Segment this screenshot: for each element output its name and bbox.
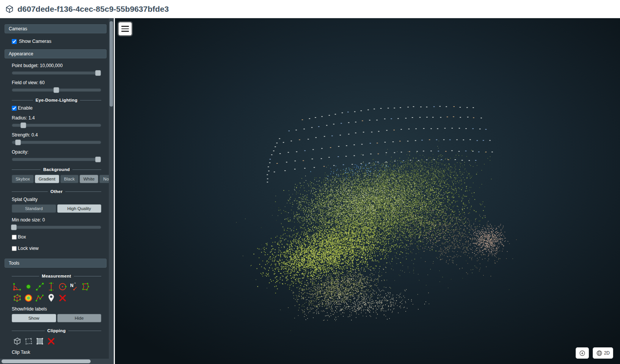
show-cameras-label: Show Cameras [19,39,51,44]
background-gradient-button[interactable]: Gradient [35,175,59,183]
map-2d-label: 2D [604,350,610,356]
globe-icon [596,350,603,356]
edl-strength-label: Strength: 0.4 [12,132,101,138]
background-skybox-button[interactable]: Skybox [12,175,34,183]
show-hide-labels-label: Show/Hide labels [12,306,101,312]
sidebar-vertical-scrollbar[interactable] [109,18,114,364]
viewport[interactable]: 2D [115,18,620,364]
background-none-button[interactable]: None [99,175,109,183]
splat-quality-label: Splat Quality [12,197,101,202]
edl-enable-checkbox[interactable] [12,106,17,111]
cube-logo-icon [5,5,14,13]
background-options: Skybox Gradient Black White None [12,175,101,183]
azimuth-measurement-icon[interactable]: N ° [69,281,79,292]
focus-extent-button[interactable] [576,347,589,359]
measurement-toolbar: N ° [12,281,93,303]
sidebar-horizontal-scrollbar[interactable] [0,359,109,364]
edl-enable-row[interactable]: Enable [12,105,101,111]
background-legend: Background [12,167,101,172]
remove-clipping-icon[interactable] [46,336,57,347]
pointcloud-canvas[interactable] [115,18,620,364]
clip-task-label: Clip Task [12,350,101,355]
section-header-tools[interactable]: Tools [5,259,107,268]
show-cameras-checkbox[interactable] [12,39,17,44]
box-checkbox[interactable] [12,235,17,240]
section-header-cameras[interactable]: Cameras [5,24,107,33]
volume-measurement-icon[interactable] [12,293,22,303]
circle-measurement-icon[interactable] [57,281,68,292]
svg-text:N: N [70,283,74,288]
sidebar-toggle-button[interactable] [118,22,132,36]
point-measurement-icon[interactable] [23,281,34,292]
background-white-button[interactable]: White [80,175,98,183]
field-of-view-slider-handle[interactable] [53,87,59,93]
distance-measurement-icon[interactable] [35,281,45,292]
hide-labels-button[interactable]: Hide [57,314,102,322]
remove-measurements-icon[interactable] [57,293,68,303]
sphere-distances-icon[interactable] [23,293,34,303]
edl-strength-slider-handle[interactable] [15,140,21,145]
lock-view-row[interactable]: Lock view [12,246,101,251]
box-row[interactable]: Box [12,234,101,240]
splat-high-quality-button[interactable]: High Quality [57,204,102,213]
edl-radius-slider-handle[interactable] [20,122,26,128]
clipping-legend: Clipping [12,328,101,333]
edl-opacity-slider[interactable] [12,158,101,161]
edl-opacity-slider-handle[interactable] [95,157,101,162]
show-hide-buttons: Show Hide [12,314,101,322]
splat-quality-options: Standard High Quality [12,204,101,213]
show-labels-button[interactable]: Show [12,314,56,322]
sidebar-content: Cameras Show Cameras Appearance Point bu… [0,18,109,359]
clip-polygon-icon[interactable] [23,336,34,347]
height-measurement-icon[interactable] [46,281,57,292]
min-node-size-slider-handle[interactable] [11,224,17,230]
sidebar: Cameras Show Cameras Appearance Point bu… [0,18,115,364]
area-measurement-icon[interactable] [80,281,91,292]
measurement-legend: Measurement [12,274,101,278]
hamburger-menu-icon [121,26,129,27]
edl-radius-slider[interactable] [12,124,101,127]
page-title: d607dede-f136-4cec-85c9-55b9637bfde3 [17,5,169,14]
lock-view-checkbox[interactable] [12,246,17,251]
section-header-appearance[interactable]: Appearance [5,49,107,58]
clipping-toolbar [12,336,93,347]
map-2d-button[interactable]: 2D [593,347,613,359]
svg-text:°: ° [74,282,76,286]
sidebar-vertical-scrollbar-thumb[interactable] [110,21,113,107]
min-node-size-label: Min node size: 0 [12,217,101,223]
edl-legend: Eye-Dome-Lighting [12,98,101,102]
clip-screen-icon[interactable] [35,336,45,347]
focus-extent-icon [579,350,585,356]
edl-opacity-label: Opacity: [12,149,101,155]
height-profile-icon[interactable] [35,293,45,303]
clip-volume-icon[interactable] [12,336,22,347]
point-budget-slider[interactable] [12,71,101,75]
show-cameras-row[interactable]: Show Cameras [12,39,101,44]
header: d607dede-f136-4cec-85c9-55b9637bfde3 [0,0,620,18]
edl-enable-label: Enable [18,105,33,111]
box-label: Box [18,234,26,240]
edl-radius-label: Radius: 1.4 [12,115,101,121]
field-of-view-slider[interactable] [12,88,101,92]
min-node-size-slider[interactable] [12,226,101,229]
angle-measurement-icon[interactable] [12,281,22,292]
point-budget-slider-handle[interactable] [95,70,101,76]
point-budget-label: Point budget: 10,000,000 [12,63,101,68]
viewport-controls: 2D [576,347,613,359]
sidebar-horizontal-scrollbar-thumb[interactable] [2,359,91,363]
other-legend: Other [12,189,101,194]
edl-strength-slider[interactable] [12,141,101,144]
splat-standard-button[interactable]: Standard [12,204,56,213]
background-black-button[interactable]: Black [60,175,78,183]
field-of-view-label: Field of view: 60 [12,80,101,85]
annotation-icon[interactable] [46,293,57,303]
lock-view-label: Lock view [18,246,39,251]
